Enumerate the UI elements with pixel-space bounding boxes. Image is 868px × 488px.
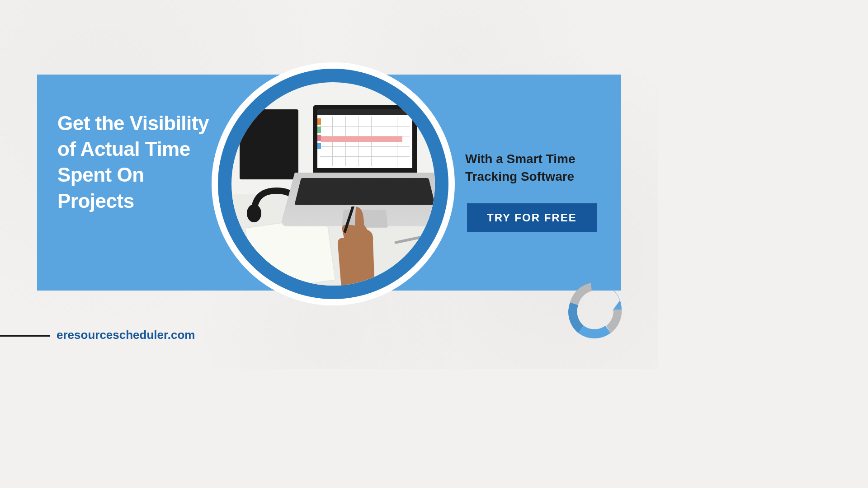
laptop-screen (313, 105, 417, 173)
svg-point-0 (247, 204, 261, 222)
try-for-free-button[interactable]: TRY FOR FREE (467, 203, 597, 232)
monitor (240, 109, 298, 179)
headline: Get the Visibility of Actual Time Spent … (57, 110, 211, 214)
calendar-app (317, 109, 412, 168)
footer-url[interactable]: eresourcescheduler.com (57, 328, 195, 342)
hero-photo-ring (218, 69, 448, 299)
brand-logo-icon (562, 277, 627, 343)
subheadline: With a Smart Time Tracking Software (465, 150, 610, 185)
laptop-keyboard (294, 178, 435, 205)
hero-photo-frame (212, 62, 455, 305)
footer-divider (0, 335, 50, 337)
hand-with-stylus (333, 206, 383, 286)
hero-photo (231, 82, 435, 286)
